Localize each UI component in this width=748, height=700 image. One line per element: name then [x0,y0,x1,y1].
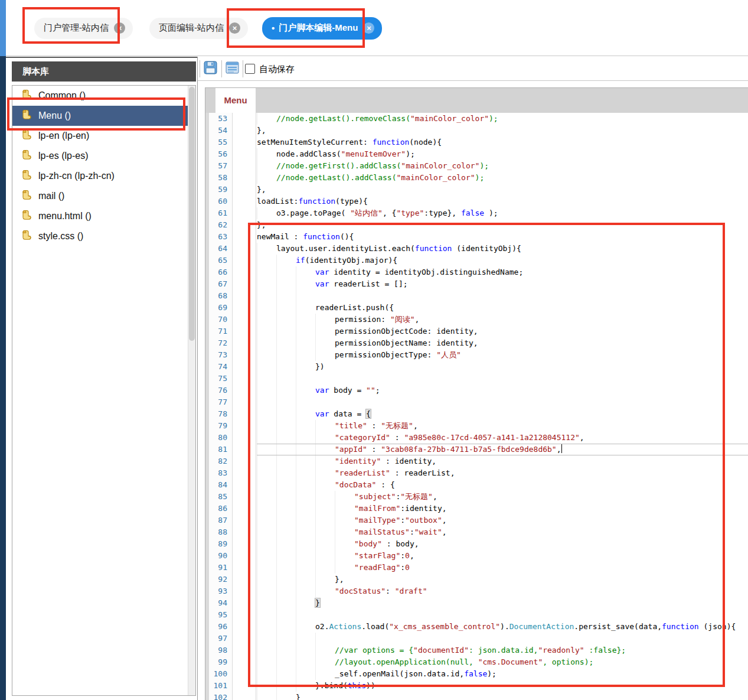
code-line-74[interactable]: }) [257,361,748,373]
code-line-65[interactable]: if(identityObj.major){ [257,255,748,266]
sidebar-item-menu.html[interactable]: menu.html () [12,206,195,226]
top-tab-0[interactable]: 门户管理-站内信× [34,18,133,39]
indent-guide [257,349,276,361]
code-line-57[interactable]: //node.getFirst().addClass("mainColor_co… [257,160,748,172]
sidebar-item-style.css[interactable]: style.css () [12,226,195,246]
autosave-checkbox[interactable] [245,64,255,74]
code-line-83[interactable]: "readerList" : readerList, [257,467,748,479]
code-line-75[interactable] [257,373,748,385]
code-area[interactable]: 5354555657585960616263646566676869707172… [205,113,748,700]
code-token: var [315,409,329,418]
code-line-81[interactable]: "appId" : "3cab08fa-27bb-4711-b7a5-fbdce… [257,444,748,455]
code-line-71[interactable]: permissionObjectCode: identity, [257,325,748,337]
indent-guide [276,266,296,278]
code-token: function [303,232,340,241]
code-token: : [400,516,405,525]
code-token: "a985e80c-17cd-4057-a141-1a2128045112" [404,433,579,442]
code-token: :identity, [400,504,446,513]
code-line-98[interactable]: //var options = {"documentId": json.data… [257,644,748,656]
code-line-93[interactable]: "docStatus": "draft" [257,585,748,597]
close-icon[interactable]: × [363,22,374,34]
code-line-69[interactable]: readerList.push({ [257,302,748,314]
line-number: 55 [205,136,232,148]
code-line-92[interactable]: }, [257,574,748,585]
code-line-72[interactable]: permissionObjectName: identity, [257,337,748,349]
indent-guide [257,597,276,609]
code-line-99[interactable]: //layout.openApplication(null, "cms.Docu… [257,656,748,668]
code-line-84[interactable]: "docData" : { [257,479,748,491]
close-icon[interactable]: × [229,22,240,34]
sidebar-item-lp-en[interactable]: lp-en (lp-en) [12,126,195,146]
code-token: }, [257,220,266,229]
indent-guide [276,479,296,491]
sidebar-item-lp-es[interactable]: lp-es (lp-es) [12,146,195,166]
close-icon[interactable]: × [114,22,125,34]
code-line-101[interactable]: }.bind(this)) [257,680,748,692]
indent-guide [335,503,354,515]
line-number: 64 [205,243,232,255]
code-line-100[interactable]: _self.openMail(json.data.id,false); [257,668,748,680]
top-tab-1[interactable]: 页面编辑-站内信× [149,18,248,39]
code-line-53[interactable]: //node.getLast().removeClass("mainColor_… [257,113,748,125]
code-line-62[interactable]: }, [257,219,748,231]
code-line-63[interactable]: newMail : function(){ [257,231,748,243]
sidebar-item-mail[interactable]: mail () [12,186,195,206]
line-number: 69 [205,302,232,314]
indent-guide [315,644,335,656]
script-scroll-icon [21,169,32,183]
code-token: "readerList" [335,468,390,477]
editor-tab-menu[interactable]: Menu [215,88,256,113]
code-line-87[interactable]: "mailType":"outbox", [257,515,748,526]
code-line-102[interactable]: } [257,692,748,700]
code-line-76[interactable]: var body = ""; [257,385,748,396]
code-line-77[interactable] [257,396,748,408]
sidebar-item-common[interactable]: Common () [12,86,195,106]
code-line-79[interactable]: "title" : "无标题", [257,420,748,432]
indent-guide [257,515,276,526]
code-line-66[interactable]: var identity = identityObj.distinguished… [257,266,748,278]
code-line-91[interactable]: "readFlag":0 [257,562,748,574]
code-line-70[interactable]: permission: "阅读", [257,314,748,325]
code-line-54[interactable]: }, [257,125,748,136]
indent-guide [296,656,315,668]
code-token: "documentId" [413,646,469,655]
code-line-61[interactable]: o3.page.toPage( "站内信", {"type":type}, fa… [257,207,748,219]
code-line-96[interactable]: o2.Actions.load("x_cms_assemble_control"… [257,621,748,633]
code-line-73[interactable]: permissionObjectType: "人员" [257,349,748,361]
code-line-94[interactable]: } [257,597,748,609]
code-line-95[interactable] [257,609,748,621]
sidebar-item-menu[interactable]: Menu () [12,106,195,126]
format-panel-button[interactable] [224,60,241,77]
top-tab-2[interactable]: •门户脚本编辑-Menu× [262,17,382,40]
code-line-56[interactable]: node.addClass("menuItemOver"); [257,148,748,160]
code-line-60[interactable]: loadList:function(type){ [257,196,748,207]
save-button[interactable] [202,60,219,77]
code-line-86[interactable]: "mailFrom":identity, [257,503,748,515]
sidebar-scrollbar[interactable] [188,86,195,695]
line-number: 81 [205,444,232,455]
code-token: "draft" [395,587,427,595]
code-line-85[interactable]: "subject":"无标题", [257,491,748,503]
code-line-58[interactable]: //node.getLast().addClass("mainColor_col… [257,172,748,184]
code-line-68[interactable] [257,290,748,302]
code-line-64[interactable]: layout.user.identityList.each(function (… [257,243,748,255]
code-line-88[interactable]: "mailStatus":"wait", [257,526,748,538]
code-line-82[interactable]: "identity" : identity, [257,455,748,467]
code-line-80[interactable]: "categoryId" : "a985e80c-17cd-4057-a141-… [257,432,748,444]
sidebar-scrollbar-thumb[interactable] [189,87,195,341]
code-line-90[interactable]: "starFlag":0, [257,550,748,562]
code-token: "mainColor_color" [397,173,475,182]
code-line-55[interactable]: setMenuItemStyleCurrent: function(node){ [257,136,748,148]
toolbar-divider [200,60,200,77]
code-line-89[interactable]: "body" : body, [257,538,748,550]
code-lines[interactable]: //node.getLast().removeClass("mainColor_… [257,113,748,700]
code-line-97[interactable] [257,633,748,644]
sidebar-item-lp-zh-cn[interactable]: lp-zh-cn (lp-zh-cn) [12,166,195,186]
script-scroll-icon [21,89,32,103]
indent-guide [276,503,296,515]
code-line-67[interactable]: var readerList = []; [257,278,748,290]
code-token: (identityObj){ [452,244,521,253]
indent-guide [257,526,276,538]
code-line-59[interactable]: }, [257,184,748,196]
code-line-78[interactable]: var data = { [257,408,748,420]
